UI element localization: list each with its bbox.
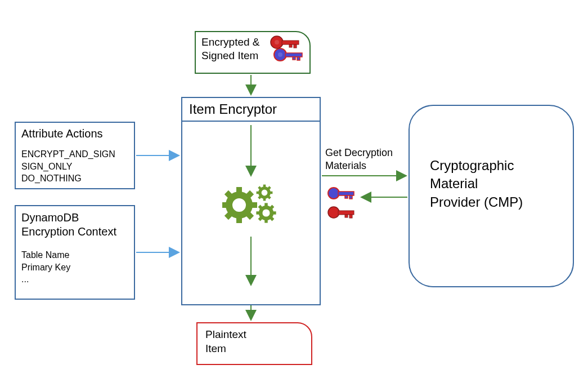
svg-rect-12 — [236, 217, 242, 223]
svg-rect-31 — [256, 211, 259, 215]
gears-icon — [222, 180, 284, 234]
encryption-context-title: DynamoDB Encryption Context — [21, 211, 128, 239]
svg-rect-43 — [349, 215, 352, 218]
attribute-action-item: ENCRYPT_AND_SIGN — [21, 148, 128, 161]
svg-rect-38 — [338, 192, 354, 195]
attribute-actions-title: Attribute Actions — [21, 127, 128, 140]
svg-rect-4 — [293, 57, 295, 60]
plaintext-line: Item — [205, 342, 303, 356]
encryption-context-item: ... — [21, 273, 128, 286]
svg-point-6 — [275, 40, 279, 45]
attribute-actions-box: Attribute Actions ENCRYPT_AND_SIGN SIGN_… — [15, 122, 135, 189]
svg-point-41 — [328, 207, 339, 218]
svg-rect-13 — [222, 202, 227, 208]
key-icons-top — [269, 35, 308, 70]
encryption-context-box: DynamoDB Encryption Context Table Name P… — [15, 205, 135, 300]
svg-rect-30 — [264, 220, 268, 223]
svg-point-37 — [328, 188, 339, 199]
svg-point-19 — [260, 188, 269, 197]
encrypted-signed-item-box: Encrypted & Signed Item — [195, 31, 311, 74]
plaintext-line: Plaintext — [205, 328, 303, 342]
svg-rect-23 — [270, 192, 273, 194]
svg-point-28 — [261, 207, 272, 219]
svg-rect-11 — [236, 187, 242, 193]
svg-rect-44 — [345, 215, 348, 217]
svg-rect-32 — [273, 211, 276, 215]
plaintext-item-box: Plaintext Item — [196, 322, 312, 365]
svg-rect-29 — [264, 203, 268, 206]
key-icons-middle — [326, 186, 360, 228]
svg-point-10 — [229, 195, 249, 215]
svg-rect-7 — [282, 41, 299, 45]
svg-rect-3 — [297, 57, 300, 60]
svg-rect-20 — [263, 185, 266, 188]
cmp-line: Cryptographic — [430, 157, 562, 175]
svg-rect-39 — [349, 195, 352, 199]
svg-rect-14 — [252, 202, 257, 208]
cmp-box: Cryptographic Material Provider (CMP) — [409, 105, 574, 287]
encryption-context-item: Primary Key — [21, 261, 128, 274]
get-decryption-materials-label: Get Decryption Materials — [325, 146, 393, 172]
attribute-actions-body: ENCRYPT_AND_SIGN SIGN_ONLY DO_NOTHING — [21, 148, 128, 185]
encryption-context-body: Table Name Primary Key ... — [21, 249, 128, 286]
attribute-action-item: SIGN_ONLY — [21, 161, 128, 173]
encryption-context-item: Table Name — [21, 249, 128, 261]
svg-rect-2 — [285, 53, 302, 57]
svg-rect-42 — [338, 211, 354, 215]
svg-rect-22 — [257, 192, 259, 194]
svg-rect-9 — [289, 45, 292, 47]
svg-point-1 — [278, 52, 282, 57]
svg-rect-21 — [263, 198, 266, 201]
svg-rect-40 — [345, 195, 348, 198]
attribute-action-item: DO_NOTHING — [21, 172, 128, 185]
cmp-line: Provider (CMP) — [430, 193, 562, 211]
item-encryptor-title: Item Encryptor — [182, 98, 320, 122]
svg-rect-8 — [294, 45, 297, 48]
cmp-line: Material — [430, 175, 562, 193]
